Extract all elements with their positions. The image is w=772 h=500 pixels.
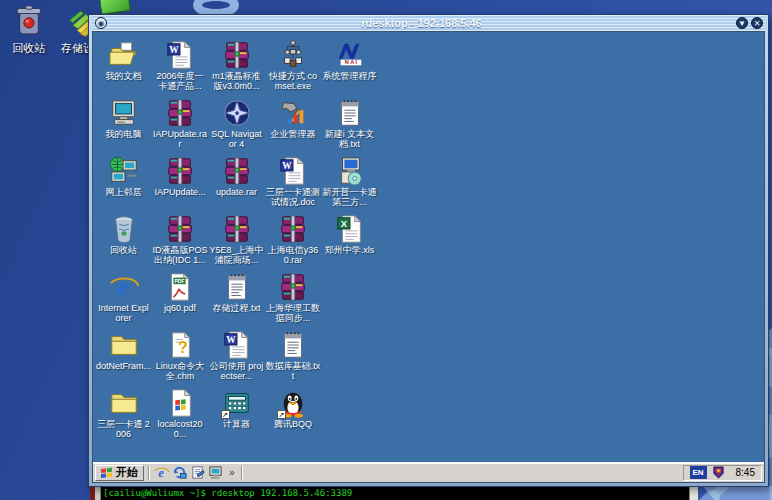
- desktop-icon-label: update.rar: [216, 187, 257, 197]
- quick-launch-outlook-icon[interactable]: [190, 465, 205, 480]
- quick-launch-desktop-icon[interactable]: [208, 465, 223, 480]
- desktop-icon[interactable]: X郑州中学.xls: [322, 214, 377, 255]
- rar-icon: [165, 156, 195, 186]
- desktop-icon[interactable]: 新开普一卡通第三方...: [322, 156, 377, 207]
- desktop-icon[interactable]: ↗计算器: [209, 388, 264, 429]
- rar-icon: [165, 214, 195, 244]
- shortcut-arrow-icon: ↗: [221, 410, 230, 419]
- desktop-icon-label: SQL Navigator 4: [209, 129, 264, 149]
- desktop-icon[interactable]: W三层一卡通测试情况.doc: [266, 156, 321, 207]
- terminal-prompt: [cailiu@Wuliumx ~]$ rdesktop 192.168.5.4…: [103, 488, 687, 498]
- desktop-icon[interactable]: 网上邻居: [96, 156, 151, 197]
- desktop-icon[interactable]: 上海电信y360.rar: [266, 214, 321, 265]
- window-menu-button[interactable]: ◉: [95, 17, 107, 29]
- desktop-icon-label: 数据库基础.txt: [266, 361, 321, 381]
- desktop-icon[interactable]: update.rar: [209, 156, 264, 197]
- window-title: rdesktop - 192.168.5.46: [107, 17, 736, 29]
- folder_open-icon: [109, 40, 139, 70]
- desktop-icon[interactable]: 快捷方式 comset.exe: [266, 40, 321, 91]
- shade-button[interactable]: ▼: [736, 17, 748, 29]
- desktop-icon-label: 我的文档: [106, 71, 142, 81]
- rar-icon: [278, 214, 308, 244]
- remote-desktop[interactable]: 我的文档W2006年度一卡通产品...m1液晶标准版v3.0m0...快捷方式 …: [93, 32, 764, 462]
- close-button[interactable]: ✕: [751, 17, 763, 29]
- notepad-icon: [278, 330, 308, 360]
- desktop-icon[interactable]: 回收站: [96, 214, 151, 255]
- desktop-icon[interactable]: IAPUpdate.rar: [153, 98, 208, 149]
- terminal-scrollbar[interactable]: [689, 487, 698, 500]
- desktop-icon-label: Linux命令大全.chm: [153, 361, 208, 381]
- rar-icon: [278, 272, 308, 302]
- svg-text:W: W: [282, 161, 292, 171]
- svg-text:W: W: [169, 45, 179, 55]
- terminal-screen[interactable]: [cailiu@Wuliumx ~]$ rdesktop 192.168.5.4…: [101, 487, 689, 500]
- desktop-icon-label: 郑州中学.xls: [325, 245, 375, 255]
- desktop-icon[interactable]: 存储过程.txt: [209, 272, 264, 313]
- desktop-icon-label: jq60.pdf: [164, 303, 196, 313]
- svg-text:W: W: [226, 335, 236, 345]
- taskbar-clock[interactable]: 8:45: [730, 467, 755, 478]
- system-tray: EN 8:45: [683, 465, 762, 481]
- quick-launch-show-desktop-icon[interactable]: [172, 465, 187, 480]
- desktop-icon-label: 快捷方式 comset.exe: [266, 71, 321, 91]
- desktop-icon[interactable]: W2006年度一卡通产品...: [153, 40, 208, 91]
- rdesktop-titlebar[interactable]: ◉ rdesktop - 192.168.5.46 ▼ ✕: [92, 15, 765, 31]
- desktop-icon-label: m1液晶标准版v3.0m0...: [209, 71, 264, 91]
- desktop-icon-label: ID液晶版POS出纳(IDC 1...: [153, 245, 208, 265]
- outer-desktop-icon[interactable]: 回收站: [6, 5, 52, 56]
- pdf-icon: PDF: [165, 272, 195, 302]
- rar-icon: [222, 156, 252, 186]
- quick-launch-overflow-chevron[interactable]: »: [227, 467, 237, 478]
- excel-icon: X: [335, 214, 365, 244]
- taskbar-separator: [148, 466, 150, 480]
- folder-icon: [109, 388, 139, 418]
- rdesktop-window: ◉ rdesktop - 192.168.5.46 ▼ ✕ 我的文档W2006年…: [88, 14, 769, 487]
- desktop-icon[interactable]: 上海华理工数据同步...: [266, 272, 321, 323]
- compass-icon: [222, 98, 252, 128]
- desktop-icon[interactable]: m1液晶标准版v3.0m0...: [209, 40, 264, 91]
- desktop-icon-label: IAPUpdate.rar: [153, 129, 208, 149]
- desktop-icon-label: 系统管理程序: [323, 71, 377, 81]
- desktop-icon[interactable]: W公司使用 projectser...: [209, 330, 264, 381]
- recycle-icon: [109, 214, 139, 244]
- desktop-icon[interactable]: localcost200...: [153, 388, 208, 439]
- desktop-icon-label: 新建i 文本文档.txt: [322, 129, 377, 149]
- desktop-icon[interactable]: Y5E8_上海中浦院商场...: [209, 214, 264, 265]
- desktop-icon[interactable]: PDFjq60.pdf: [153, 272, 208, 313]
- desktop-icon[interactable]: 三层一卡通 2006: [96, 388, 151, 439]
- desktop-icon-label: 计算器: [223, 419, 250, 429]
- desktop-icon[interactable]: SQL Navigator 4: [209, 98, 264, 149]
- taskbar-empty-area: [247, 465, 679, 481]
- word-icon: W: [165, 40, 195, 70]
- desktop-icon[interactable]: IAPUpdate...: [153, 156, 208, 197]
- input-method-tray-icon[interactable]: [712, 466, 725, 479]
- terminal-window[interactable]: [cailiu@Wuliumx ~]$ rdesktop 192.168.5.4…: [90, 486, 698, 500]
- desktop-icon-label: 2006年度一卡通产品...: [153, 71, 208, 91]
- desktop-icon[interactable]: 数据库基础.txt: [266, 330, 321, 381]
- language-indicator[interactable]: EN: [690, 466, 707, 479]
- desktop-icon-label: 新开普一卡通第三方...: [322, 187, 377, 207]
- taskbar-separator: [241, 466, 243, 480]
- desktop-icon[interactable]: 新建i 文本文档.txt: [322, 98, 377, 149]
- desktop-icon[interactable]: N A I系统管理程序: [322, 40, 377, 81]
- start-button[interactable]: 开始: [95, 465, 144, 481]
- desktop-icon-label: Internet Explorer: [96, 303, 151, 323]
- word-icon: W: [278, 156, 308, 186]
- folder-icon: [109, 330, 139, 360]
- desktop-icon[interactable]: 企业管理器: [266, 98, 321, 139]
- desktop-icon[interactable]: ?Linux命令大全.chm: [153, 330, 208, 381]
- desktop-icon[interactable]: 我的文档: [96, 40, 151, 81]
- word-icon: W: [222, 330, 252, 360]
- desktop-icon[interactable]: 我的电脑: [96, 98, 151, 139]
- desktop-icon[interactable]: eInternet Explorer: [96, 272, 151, 323]
- remote-taskbar: 开始 e » EN 8:45: [93, 462, 764, 482]
- quick-launch-bar: e: [154, 465, 223, 480]
- quick-launch-ie-icon[interactable]: e: [154, 465, 169, 480]
- desktop-icon-label: dotNetFram...: [96, 361, 151, 371]
- desktop-icon-label: 我的电脑: [106, 129, 142, 139]
- nai-icon: N A I: [335, 40, 365, 70]
- desktop-icon[interactable]: ID液晶版POS出纳(IDC 1...: [153, 214, 208, 265]
- calc-icon: ↗: [222, 388, 252, 418]
- desktop-icon[interactable]: dotNetFram...: [96, 330, 151, 371]
- desktop-icon[interactable]: ↗腾讯BQQ: [266, 388, 321, 429]
